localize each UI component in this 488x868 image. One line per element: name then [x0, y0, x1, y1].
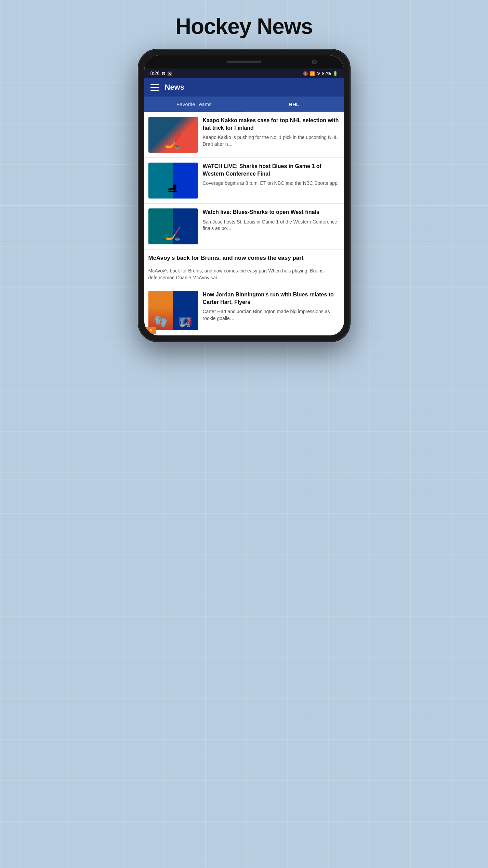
thumb-left: 🧤 — [148, 291, 173, 330]
news-content-3: Watch live: Blues-Sharks to open West fi… — [203, 208, 340, 232]
news-thumbnail-5: 🧤 🏒 P — [148, 291, 198, 330]
news-title-3: Watch live: Blues-Sharks to open West fi… — [203, 208, 340, 216]
thumb-placeholder — [148, 163, 198, 199]
news-thumbnail-3 — [148, 208, 198, 244]
news-list: Kaapo Kakko makes case for top NHL selec… — [144, 112, 344, 335]
phone-screen: 8:26 ⊘ 82% News Favorite — [144, 55, 344, 335]
mute-icon — [303, 71, 308, 76]
phone-top-bar — [144, 55, 344, 68]
close-notification-icon — [168, 71, 172, 76]
hamburger-line-3 — [150, 90, 159, 91]
news-content-1: Kaapo Kakko makes case for top NHL selec… — [203, 117, 340, 148]
status-left: 8:26 — [150, 71, 172, 76]
battery-display: 82% — [322, 71, 331, 76]
battery-icon — [333, 71, 338, 76]
news-summary-1: Kaapo Kakko is pushing for the No. 1 pic… — [203, 134, 340, 148]
tab-nhl[interactable]: NHL — [244, 97, 344, 112]
time-display: 8:26 — [150, 71, 160, 76]
thumb-right: 🏒 — [173, 291, 198, 330]
news-title-2: WATCH LIVE: Sharks host Blues in Game 1 … — [203, 163, 340, 177]
news-item[interactable]: WATCH LIVE: Sharks host Blues in Game 1 … — [144, 158, 344, 204]
status-bar: 8:26 ⊘ 82% — [144, 68, 344, 78]
page-title: Hockey News — [169, 0, 320, 49]
news-summary-4: McAvoy's back for Bruins, and now comes … — [148, 268, 340, 281]
thumb-placeholder — [148, 117, 198, 153]
news-thumbnail-1 — [148, 117, 198, 153]
news-item[interactable]: Kaapo Kakko makes case for top NHL selec… — [144, 112, 344, 158]
phone-speaker — [227, 61, 261, 63]
blocked-icon: ⊘ — [317, 71, 320, 76]
tab-favorite-teams[interactable]: Favorite Teams — [144, 97, 244, 112]
news-title-4: McAvoy's back for Bruins, and now comes … — [148, 254, 304, 262]
image-icon — [162, 71, 166, 76]
news-title-5: How Jordan Binnington's run with Blues r… — [203, 291, 340, 306]
phone-camera — [312, 60, 317, 64]
wifi-icon — [310, 71, 315, 76]
news-thumbnail-2 — [148, 163, 198, 199]
news-summary-5: Carter Hart and Jordan Binnington made b… — [203, 308, 340, 322]
news-item[interactable]: 🧤 🏒 P How Jordan Binnington's run with B… — [144, 286, 344, 335]
news-summary-2: Coverage begins at 8 p.m. ET on NBC and … — [203, 180, 340, 187]
app-header: News — [144, 78, 344, 97]
thumb-placeholder — [148, 208, 198, 244]
header-title: News — [165, 83, 184, 92]
status-right: ⊘ 82% — [303, 71, 338, 76]
news-content-5: How Jordan Binnington's run with Blues r… — [203, 291, 340, 322]
news-item[interactable]: McAvoy's back for Bruins, and now comes … — [144, 250, 344, 286]
news-content-2: WATCH LIVE: Sharks host Blues in Game 1 … — [203, 163, 340, 187]
phone-frame: 8:26 ⊘ 82% News Favorite — [138, 49, 350, 342]
news-item[interactable]: Watch live: Blues-Sharks to open West fi… — [144, 204, 344, 250]
tab-bar: Favorite Teams NHL — [144, 97, 344, 112]
hamburger-line-1 — [150, 84, 159, 85]
news-summary-3: San Jose hosts St. Louis in Game 1 of th… — [203, 219, 340, 232]
news-title-1: Kaapo Kakko makes case for top NHL selec… — [203, 117, 340, 131]
menu-button[interactable] — [150, 84, 159, 91]
hamburger-line-2 — [150, 87, 159, 88]
